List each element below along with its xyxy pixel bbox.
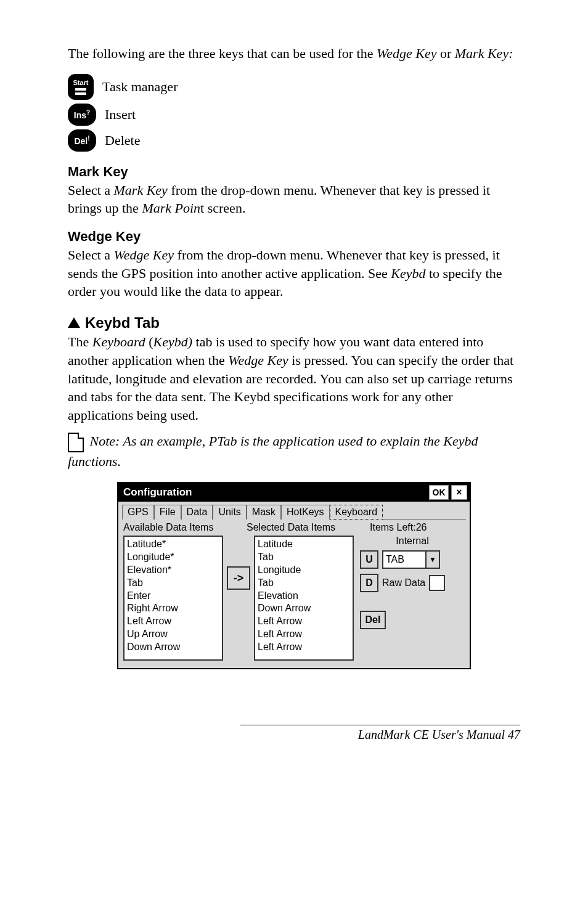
triangle-icon (68, 317, 80, 328)
start-key-label: Start (73, 79, 88, 86)
titlebar: Configuration OK × (118, 483, 470, 502)
window-title: Configuration (121, 486, 427, 499)
list-item[interactable]: Left Arrow (127, 615, 219, 628)
available-listbox[interactable]: Latitude* Longitude* Elevation* Tab Ente… (123, 536, 223, 661)
header-itemsleft: Items Left:26 (370, 522, 465, 533)
raw-data-label: Raw Data (382, 577, 425, 589)
intro-or: or (436, 46, 454, 61)
list-item[interactable]: Latitude* (127, 538, 219, 551)
list-item[interactable]: Down Arrow (127, 641, 219, 654)
mark-key-heading: Mark Key (68, 164, 520, 180)
tab-strip: GPS File Data Units Mask HotKeys Keyboar… (118, 502, 470, 519)
svg-rect-0 (75, 88, 86, 91)
start-key-icon: Start (68, 74, 94, 100)
list-item[interactable]: Up Arrow (127, 628, 219, 641)
d-button[interactable]: D (360, 574, 378, 592)
del-key-icon: Del! (68, 129, 96, 152)
wedge-key-paragraph: Select a Wedge Key from the drop-down me… (68, 246, 520, 301)
page-footer: LandMark CE User's Manual 47 (240, 725, 520, 742)
header-selected: Selected Data Items (247, 522, 370, 533)
note-text: Note: As an example, PTab is the applica… (68, 433, 478, 469)
list-item[interactable]: Latitude (258, 538, 350, 551)
list-item[interactable]: Tab (258, 551, 350, 564)
tab-hotkeys[interactable]: HotKeys (281, 505, 329, 520)
intro-text: The following are the three keys that ca… (68, 46, 377, 61)
list-item[interactable]: Down Arrow (258, 602, 350, 615)
task-manager-icon (75, 88, 87, 96)
u-button[interactable]: U (360, 550, 378, 569)
ins-key-label: Ins? (74, 109, 90, 120)
tab-keyboard[interactable]: Keyboard (330, 505, 383, 520)
note-icon (68, 433, 84, 452)
key-item-del: Del! Delete (68, 129, 520, 152)
intro-wedge: Wedge Key (377, 46, 437, 61)
close-button[interactable]: × (451, 485, 467, 500)
list-item[interactable]: Elevation (258, 590, 350, 603)
ok-button[interactable]: OK (429, 485, 449, 500)
tab-file[interactable]: File (154, 505, 181, 520)
mark-key-paragraph: Select a Mark Key from the drop-down men… (68, 181, 520, 218)
tab-gps[interactable]: GPS (122, 505, 154, 520)
task-manager-label: Task manager (102, 79, 178, 95)
del-key-label: Del! (74, 135, 89, 146)
raw-data-checkbox[interactable] (429, 575, 445, 591)
intro-mark: Mark Key: (455, 46, 513, 61)
list-item[interactable]: Elevation* (127, 564, 219, 577)
column-headers: Available Data Items Selected Data Items… (118, 520, 470, 536)
ins-key-icon: Ins? (68, 104, 96, 126)
list-item[interactable]: Left Arrow (258, 641, 350, 654)
list-item[interactable]: Longitude (258, 564, 350, 577)
key-item-start: Start Task manager (68, 74, 520, 100)
configuration-window: Configuration OK × GPS File Data Units M… (117, 482, 471, 669)
list-item[interactable]: Right Arrow (127, 602, 219, 615)
list-item[interactable]: Tab (127, 577, 219, 590)
del-button[interactable]: Del (360, 611, 386, 629)
combo-value: TAB (383, 552, 425, 568)
list-item[interactable]: Enter (127, 590, 219, 603)
list-item[interactable]: Tab (258, 577, 350, 590)
svg-rect-1 (75, 92, 86, 95)
list-item[interactable]: Left Arrow (258, 628, 350, 641)
list-item[interactable]: Longitude* (127, 551, 219, 564)
internal-label: Internal (360, 536, 465, 547)
right-panel: Internal U TAB ▼ D Raw Data Del (357, 536, 465, 661)
delete-label: Delete (105, 132, 140, 149)
intro-paragraph: The following are the three keys that ca… (68, 44, 520, 63)
list-item[interactable]: Left Arrow (258, 615, 350, 628)
insert-label: Insert (105, 107, 136, 123)
keybd-tab-heading: Keybd Tab (68, 314, 520, 332)
note-paragraph: Note: As an example, PTab is the applica… (68, 432, 520, 471)
selected-listbox[interactable]: Latitude Tab Longitude Tab Elevation Dow… (254, 536, 354, 661)
header-available: Available Data Items (123, 522, 247, 533)
move-right-button[interactable]: -> (227, 566, 250, 590)
tab-data[interactable]: Data (181, 505, 213, 520)
key-icon-list: Start Task manager Ins? Insert Del! Dele… (68, 74, 520, 152)
chevron-down-icon[interactable]: ▼ (425, 552, 439, 568)
tab-mask[interactable]: Mask (247, 505, 281, 520)
keybd-tab-paragraph: The Keyboard (Keybd) tab is used to spec… (68, 333, 520, 424)
tab-units[interactable]: Units (213, 505, 246, 520)
key-item-ins: Ins? Insert (68, 104, 520, 126)
tab-combo[interactable]: TAB ▼ (382, 550, 440, 569)
wedge-key-heading: Wedge Key (68, 229, 520, 245)
